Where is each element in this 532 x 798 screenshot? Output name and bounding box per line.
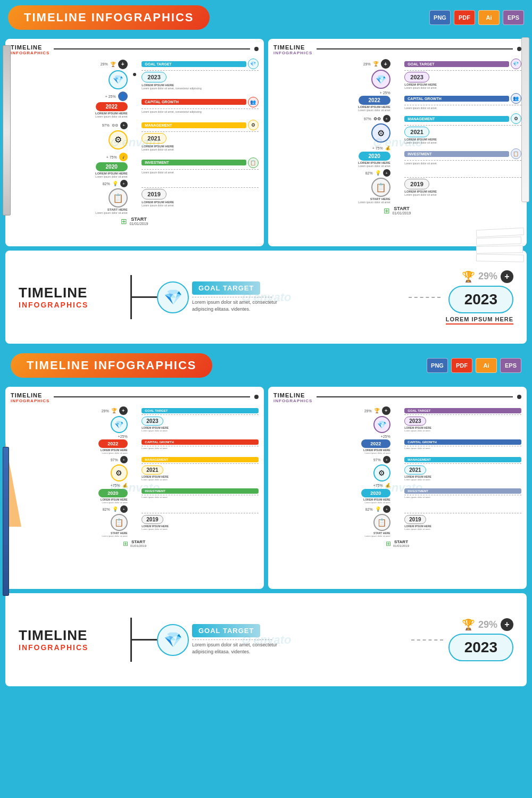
tl-center-1 xyxy=(130,73,140,76)
year-pill-3: 2021 xyxy=(142,133,166,144)
grid-icon-1: ⊞ xyxy=(121,217,127,226)
plus-btn-1: + xyxy=(118,60,128,69)
tl-right-5: 2019 LOREM IPSUM HERE Lorem ipsum dolor … xyxy=(139,187,259,207)
year-pill-left-2: 2022 xyxy=(96,102,128,111)
badge-png-2: PNG xyxy=(427,358,448,373)
badge-eps-2: EPS xyxy=(500,358,521,373)
lorem-sub-left-4: Lorem ipsum dolor sit amet xyxy=(95,175,127,178)
bp-bottom-left: TIMELINE INFOGRAPHICS xyxy=(19,628,125,652)
mgmt-icon-3: ⚙ xyxy=(109,130,128,149)
bp-pct-text: 29% xyxy=(478,271,497,282)
second-banner: TIMELINE INFOGRAPHICS PNG PDF Ai EPS xyxy=(5,348,527,383)
paper-roll xyxy=(476,229,524,262)
bp-right-content: 🏆 29% + 2023 LOREM IPSUM HERE xyxy=(446,270,513,325)
main-content: ⊙ envato TIMELINE INFOGRAPHICS 29% 🏆 + xyxy=(0,35,532,691)
header-dot-2 xyxy=(517,47,521,51)
tl2-row-5: 82% 💡 + 📋 START HERE Lorem ipsum dolor s… xyxy=(273,169,521,204)
banner-preview-top: ⊙ envato TIMELINE INFOGRAPHICS 💎 GOAL TA… xyxy=(5,251,527,344)
timeline-row-1: 29% 🏆 + 💎 GOAL TARGET xyxy=(11,59,259,90)
timeline-row-5: 82% 💡 + 📋 START HERE Lorem ipsum dolor s… xyxy=(11,180,259,214)
bp-trophy-icon: 🏆 xyxy=(462,270,475,283)
bp-year-big: 2023 xyxy=(448,286,513,313)
start-date-1: 01/01/2019 xyxy=(129,222,148,226)
bp-bottom-diamond: 💎 xyxy=(157,624,189,656)
pct-5: 82% xyxy=(103,182,110,186)
badge-pdf-2: PDF xyxy=(451,358,472,373)
year-pill-left-4: 2020 xyxy=(96,162,128,171)
bp-bottom-dotted xyxy=(411,639,443,641)
bp-bottom-category: GOAL TARGET xyxy=(192,624,260,637)
bp-text-content: GOAL TARGET Lorem ipsum dolor sit amet, … xyxy=(192,281,403,313)
cat-bar-2: CAPITAL GROWTH xyxy=(142,99,246,105)
bp-bottom-lorem: Lorem ipsum dolor sit amet, consectetur … xyxy=(192,642,406,656)
bp-plus-btn: + xyxy=(501,270,513,283)
bulb-icon-5: 💡 xyxy=(112,181,118,186)
lorem-sub-left-2: Lorem ipsum dolor sit amet xyxy=(95,115,127,118)
ruler-right-decoration xyxy=(521,37,529,202)
tl-left-4: + 75% 💰 2020 LOREM IPSUM HERE Lorem ipsu… xyxy=(11,153,130,178)
top-row: ⊙ envato TIMELINE INFOGRAPHICS 29% 🏆 + xyxy=(5,39,527,246)
second-banner-title: TIMELINE INFOGRAPHICS xyxy=(27,359,196,372)
timeline-row-4: + 75% 💰 2020 LOREM IPSUM HERE Lorem ipsu… xyxy=(11,153,259,178)
header-dot-1 xyxy=(254,47,259,51)
header-line-2 xyxy=(317,48,513,49)
card-header-4: TIMELINE INFOGRAPHICS xyxy=(273,392,521,403)
bottom-row: ⊙ envato TIMELINE INFOGRAPHICS 29% 🏆 + 💎 xyxy=(5,387,527,589)
badge-eps: EPS xyxy=(503,10,524,25)
lorem-sub-5: Lorem ipsum dolor sit amet xyxy=(142,204,259,207)
card-header-1: TIMELINE INFOGRAPHICS xyxy=(11,44,259,55)
lorem-sub-3: Lorem ipsum dolor sit amet xyxy=(142,148,259,151)
top-banner: TIMELINE INFOGRAPHICS PNG PDF Ai EPS xyxy=(0,0,532,35)
card-title-2: TIMELINE INFOGRAPHICS xyxy=(273,44,312,55)
format-badges-second: PNG PDF Ai EPS xyxy=(427,358,521,373)
tl-right-4: INVESTMENT 📋 Lorem ipsum dolor sit amet xyxy=(139,157,259,174)
lorem-sub-1: Lorem ipsum dolor sit amet, consectetur … xyxy=(142,87,259,90)
goal-icon-1: 💎 xyxy=(109,70,128,89)
tl2-row-1: 29% 🏆 + 💎 GOAL TARGET 💎 2023 xyxy=(273,59,521,89)
tl2-row-4: + 75% 💰 2020 LOREM IPSUM HERE Lorem ipsu… xyxy=(273,146,521,168)
right-icon-4: 📋 xyxy=(248,157,259,168)
pct-1: 29% xyxy=(101,62,108,66)
bottom-banner-preview: ⊙ envato TIMELINE INFOGRAPHICS 💎 GOAL TA… xyxy=(5,593,527,686)
bp-bottom-right: 🏆 29% + 2023 xyxy=(448,618,513,661)
card-header-2: TIMELINE INFOGRAPHICS xyxy=(273,44,521,55)
cat-bar-1: GOAL TARGET xyxy=(142,61,246,67)
tl-right-2: CAPITAL GROWTH 👥 Lorem ipsum dolor sit a… xyxy=(139,97,259,113)
lorem-sub-right-2: Lorem ipsum dolor sit amet, consectetur … xyxy=(142,110,259,113)
tl-right-1: GOAL TARGET 💎 2023 LOREM IPSUM HERE Lore… xyxy=(139,59,259,90)
year-pill-1: 2023 xyxy=(142,72,166,82)
infographic-card-3: ⊙ envato TIMELINE INFOGRAPHICS 29% 🏆 + 💎 xyxy=(5,387,264,589)
pct-icon-2: 👤 xyxy=(118,92,128,101)
badge-ai-2: Ai xyxy=(476,358,497,373)
pct-icon-3: ⚙⚙ xyxy=(112,123,118,128)
infographic-card-2: ⊙ envato TIMELINE INFOGRAPHICS 29% 🏆 + xyxy=(268,39,527,246)
timeline-row-3: 97% ⚙⚙ + ⚙ MANAGEMENT ⚙ 2021 xyxy=(11,120,259,151)
format-badges-top: PNG PDF Ai EPS xyxy=(429,10,524,25)
right-icon-2: 👥 xyxy=(248,97,259,107)
lorem-sub-right-4: Lorem ipsum dolor sit amet xyxy=(142,171,259,174)
bp-bottom-content: 💎 GOAL TARGET Lorem ipsum dolor sit amet… xyxy=(157,624,406,656)
tl2-left-1: 29% 🏆 + 💎 xyxy=(273,59,393,89)
start-footer-4: ⊞ START 01/01/2019 xyxy=(273,539,521,547)
header-line-1 xyxy=(54,48,250,49)
tl2-row-2: + 25% 2022 LOREM IPSUM HERE Lorem ipsum … xyxy=(273,91,521,112)
start-label-1: START xyxy=(129,217,148,222)
top-banner-title: TIMELINE INFOGRAPHICS xyxy=(24,11,194,24)
start-footer-1: ⊞ START 01/01/2019 xyxy=(11,217,259,226)
pct-2: + 25% xyxy=(105,95,116,98)
bp-left: TIMELINE INFOGRAPHICS xyxy=(19,285,125,309)
bp-lorem: Lorem ipsum dolor sit amet, consectetur … xyxy=(192,299,403,313)
bp-dotted-line xyxy=(409,297,440,298)
plus-3: + xyxy=(120,122,128,129)
infographic-card-1: ⊙ envato TIMELINE INFOGRAPHICS 29% 🏆 + xyxy=(5,39,264,246)
start-footer-3: ⊞ START 01/01/2019 xyxy=(11,539,259,547)
badge-ai: Ai xyxy=(478,10,500,25)
bp-lorem-bottom: LOREM IPSUM HERE xyxy=(446,316,513,325)
badge-png: PNG xyxy=(429,10,451,25)
tl-left-3: 97% ⚙⚙ + ⚙ xyxy=(11,122,130,149)
pct-3: 97% xyxy=(102,123,110,127)
bp-diamond-icon: 💎 xyxy=(157,281,189,313)
card-header-3: TIMELINE INFOGRAPHICS xyxy=(11,392,259,403)
bp-category: GOAL TARGET xyxy=(192,281,260,295)
timeline-row-2: + 25% 👤 2022 LOREM IPSUM HERE Lorem ipsu… xyxy=(11,92,259,118)
